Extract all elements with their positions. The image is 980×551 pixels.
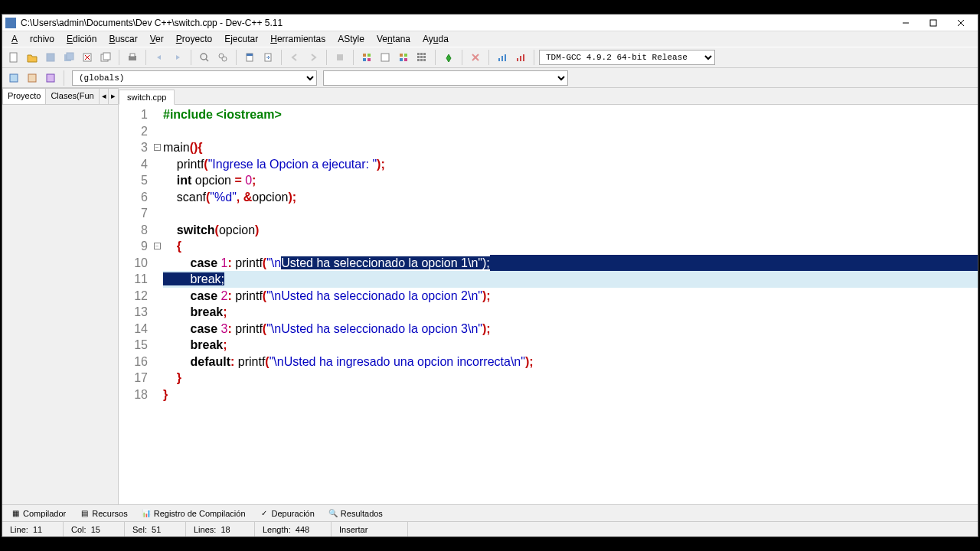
save-all-button[interactable] xyxy=(60,49,77,66)
svg-rect-49 xyxy=(10,74,18,82)
svg-rect-24 xyxy=(368,54,371,57)
svg-rect-26 xyxy=(368,58,371,61)
save-button[interactable] xyxy=(42,49,59,66)
svg-rect-48 xyxy=(523,54,524,61)
filetab-switch[interactable]: switch.cpp xyxy=(119,90,175,105)
svg-rect-29 xyxy=(404,54,407,57)
compile-button[interactable] xyxy=(358,49,375,66)
side-panel: Proyecto Clases(Fun ◂ ▸ xyxy=(2,88,119,504)
svg-point-15 xyxy=(201,54,207,60)
svg-rect-51 xyxy=(47,74,54,82)
close-file-button[interactable] xyxy=(79,49,96,66)
svg-rect-23 xyxy=(363,54,366,57)
svg-rect-14 xyxy=(130,54,135,57)
menu-archivo[interactable]: Archivo xyxy=(5,32,60,46)
tab-compilador[interactable]: ▦Compilador xyxy=(4,507,73,520)
toolbar-secondary: (globals) xyxy=(2,68,978,88)
sidetab-scroll-left[interactable]: ◂ xyxy=(99,88,109,104)
titlebar: C:\Users\admin\Documents\Dev C++\switch.… xyxy=(2,15,978,31)
delete-profile-button[interactable] xyxy=(512,49,529,66)
find-button[interactable] xyxy=(196,49,213,66)
svg-rect-36 xyxy=(420,56,423,58)
nav-back-button[interactable] xyxy=(286,49,303,66)
run-button[interactable] xyxy=(377,49,394,66)
menu-ventana[interactable]: Ventana xyxy=(371,32,416,46)
fold-gutter[interactable]: −− xyxy=(152,105,162,504)
sidetab-proyecto[interactable]: Proyecto xyxy=(2,88,46,104)
svg-rect-30 xyxy=(400,58,403,61)
debug-button[interactable] xyxy=(440,49,457,66)
compile-run-button[interactable] xyxy=(395,49,412,66)
close-button[interactable] xyxy=(947,15,975,31)
svg-line-16 xyxy=(206,59,208,61)
svg-rect-20 xyxy=(247,54,253,56)
bookmark-button[interactable] xyxy=(241,49,258,66)
menu-buscar[interactable]: Buscar xyxy=(103,32,143,46)
menu-edicion[interactable]: Edición xyxy=(60,32,103,46)
abort-button[interactable] xyxy=(467,49,484,66)
tab-registro[interactable]: 📊Registro de Compilación xyxy=(135,507,253,520)
sidetab-scroll-right[interactable]: ▸ xyxy=(108,88,119,104)
profile-button[interactable] xyxy=(494,49,511,66)
compiler-select[interactable]: TDM-GCC 4.9.2 64-bit Release xyxy=(539,50,715,65)
code-editor[interactable]: 123456789101112131415161718 −− #include … xyxy=(119,105,978,504)
svg-rect-34 xyxy=(423,53,426,55)
globals-select[interactable]: (globals) xyxy=(72,70,317,86)
svg-rect-1 xyxy=(930,20,936,26)
sidetab-clases[interactable]: Clases(Fun xyxy=(45,88,99,104)
svg-rect-27 xyxy=(381,54,389,61)
svg-rect-37 xyxy=(423,56,426,58)
svg-rect-43 xyxy=(498,58,500,61)
toggle-button[interactable] xyxy=(42,70,59,86)
new-class-button[interactable] xyxy=(5,70,22,86)
svg-rect-7 xyxy=(67,53,74,60)
svg-rect-38 xyxy=(417,59,420,61)
svg-rect-33 xyxy=(420,53,423,55)
status-lines: Lines: 18 xyxy=(186,522,255,536)
print-button[interactable] xyxy=(124,49,141,66)
nav-fwd-button[interactable] xyxy=(305,49,322,66)
menu-ejecutar[interactable]: Ejecutar xyxy=(218,32,264,46)
status-col: Col: 15 xyxy=(64,522,125,536)
replace-button[interactable] xyxy=(214,49,231,66)
insert-button[interactable] xyxy=(24,70,41,86)
maximize-button[interactable] xyxy=(920,15,947,31)
tab-recursos[interactable]: ▤Recursos xyxy=(73,507,134,520)
menu-ayuda[interactable]: Ayuda xyxy=(416,32,455,46)
results-icon: 🔍 xyxy=(328,509,338,518)
svg-rect-47 xyxy=(520,56,521,61)
redo-button[interactable] xyxy=(169,49,186,66)
svg-rect-31 xyxy=(404,58,407,61)
svg-point-18 xyxy=(222,57,227,61)
menu-proyecto[interactable]: Proyecto xyxy=(170,32,218,46)
tab-depuracion[interactable]: ✓Depuración xyxy=(253,507,322,520)
resources-icon: ▤ xyxy=(80,509,89,518)
svg-rect-35 xyxy=(417,56,420,58)
menubar: Archivo Edición Buscar Ver Proyecto Ejec… xyxy=(2,31,978,47)
svg-rect-40 xyxy=(423,59,426,61)
minimize-button[interactable] xyxy=(892,15,920,31)
status-sel: Sel: 51 xyxy=(125,522,186,536)
close-all-button[interactable] xyxy=(97,49,114,66)
code-body[interactable]: #include <iostream> main(){ printf("Ingr… xyxy=(162,105,978,504)
menu-ver[interactable]: Ver xyxy=(144,32,170,46)
line-gutter: 123456789101112131415161718 xyxy=(119,105,152,504)
goto-button[interactable] xyxy=(260,49,276,66)
main-area: Proyecto Clases(Fun ◂ ▸ switch.cpp 12345… xyxy=(2,88,978,504)
open-button[interactable] xyxy=(24,49,41,66)
svg-rect-25 xyxy=(363,58,366,61)
menu-herramientas[interactable]: Herramientas xyxy=(264,32,332,46)
status-length: Length: 448 xyxy=(255,522,332,536)
svg-rect-22 xyxy=(337,54,343,60)
function-select[interactable] xyxy=(323,70,568,86)
editor-area: switch.cpp 123456789101112131415161718 −… xyxy=(119,88,978,504)
tab-resultados[interactable]: 🔍Resultados xyxy=(322,507,390,520)
stop-button[interactable] xyxy=(332,49,348,66)
menu-astyle[interactable]: AStyle xyxy=(332,32,371,46)
undo-button[interactable] xyxy=(151,49,168,66)
new-file-button[interactable] xyxy=(5,49,22,66)
rebuild-button[interactable] xyxy=(413,49,430,66)
app-window: C:\Users\admin\Documents\Dev C++\switch.… xyxy=(2,14,978,537)
svg-rect-39 xyxy=(420,59,423,61)
bottom-tabs: ▦Compilador ▤Recursos 📊Registro de Compi… xyxy=(2,504,978,521)
